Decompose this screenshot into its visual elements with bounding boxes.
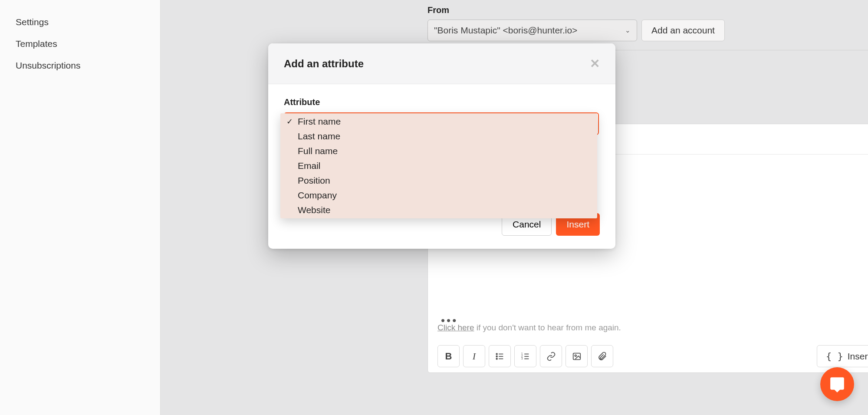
attribute-label: Attribute	[284, 97, 600, 107]
modal-backdrop: Add an attribute ✕ Attribute First name …	[0, 0, 868, 415]
close-icon[interactable]: ✕	[590, 56, 600, 71]
chat-fab[interactable]	[820, 367, 854, 401]
attribute-option-first-name[interactable]: First name	[280, 114, 597, 129]
modal-body: Attribute First name Last name Full name…	[268, 84, 615, 139]
chat-icon	[829, 376, 845, 392]
attribute-select[interactable]: First name Last name Full name Email Pos…	[284, 112, 599, 135]
attribute-option-company[interactable]: Company	[280, 188, 597, 203]
modal-title: Add an attribute	[284, 58, 364, 70]
attribute-option-email[interactable]: Email	[280, 158, 597, 173]
attribute-option-position[interactable]: Position	[280, 173, 597, 188]
attribute-option-full-name[interactable]: Full name	[280, 144, 597, 158]
modal-header: Add an attribute ✕	[268, 43, 615, 84]
attribute-dropdown: First name Last name Full name Email Pos…	[280, 113, 597, 218]
attribute-option-website[interactable]: Website	[280, 203, 597, 217]
attribute-option-last-name[interactable]: Last name	[280, 129, 597, 144]
add-attribute-modal: Add an attribute ✕ Attribute First name …	[268, 43, 615, 249]
